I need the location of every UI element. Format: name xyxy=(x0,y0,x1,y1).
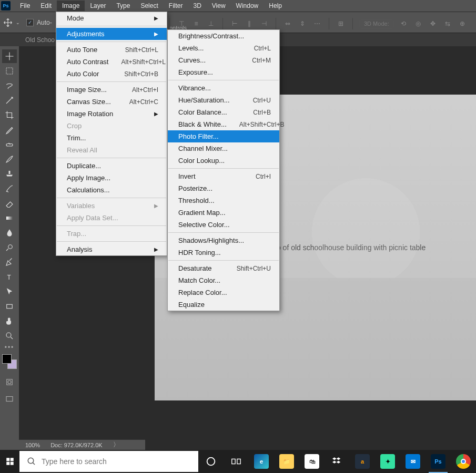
menu-view[interactable]: View xyxy=(207,1,231,11)
eraser-tool[interactable] xyxy=(2,197,17,210)
taskbar-search[interactable] xyxy=(19,451,198,472)
lasso-tool[interactable] xyxy=(2,79,17,92)
adjustments-menu-item[interactable]: Black & White...Alt+Shift+Ctrl+B xyxy=(168,118,279,130)
dropbox-icon[interactable] xyxy=(325,450,350,473)
menu-window[interactable]: Window xyxy=(231,1,264,11)
menu-layer[interactable]: Layer xyxy=(85,1,111,11)
adjustments-menu-item[interactable]: Replace Color... xyxy=(168,286,279,299)
image-menu-item[interactable]: Auto ToneShift+Ctrl+L xyxy=(56,44,167,56)
menu-3d[interactable]: 3D xyxy=(188,1,206,11)
amazon-icon[interactable]: a xyxy=(350,450,375,473)
eyedropper-tool[interactable] xyxy=(2,123,17,137)
adjustments-menu-item[interactable]: Threshold... xyxy=(168,194,279,207)
adjustments-menu-item[interactable]: Exposure... xyxy=(168,66,279,78)
marquee-tool[interactable] xyxy=(2,64,17,78)
rectangle-tool[interactable] xyxy=(2,300,17,313)
3d-roll-icon[interactable]: ◎ xyxy=(413,18,423,29)
image-menu-item[interactable]: Duplicate... xyxy=(56,160,167,172)
adjustments-menu-item[interactable]: Hue/Saturation...Ctrl+U xyxy=(168,94,279,106)
image-menu-item[interactable]: Auto ColorShift+Ctrl+B xyxy=(56,68,167,80)
distribute-v-icon[interactable]: ⇕ xyxy=(297,18,308,29)
align-right-icon[interactable]: ⊣ xyxy=(259,18,269,29)
adjustments-menu-item[interactable]: Match Color... xyxy=(168,274,279,286)
search-input[interactable] xyxy=(42,457,191,466)
adjustments-menu-item[interactable]: HDR Toning... xyxy=(168,246,279,259)
adjustments-menu-item[interactable]: Equalize xyxy=(168,299,279,311)
adjustments-menu-item[interactable]: Levels...Ctrl+L xyxy=(168,42,279,54)
adjustments-menu-item[interactable]: Shadows/Highlights... xyxy=(168,234,279,246)
tool-preset-chevron-icon[interactable]: ⌄ xyxy=(16,20,20,25)
image-menu-item[interactable]: Image Rotation▶ xyxy=(56,108,167,120)
blur-tool[interactable] xyxy=(2,226,17,240)
foreground-color-swatch[interactable] xyxy=(2,354,12,364)
clone-stamp-tool[interactable] xyxy=(2,167,17,181)
tripadvisor-icon[interactable]: ✦ xyxy=(375,450,400,473)
adjustments-menu-item[interactable]: Color Balance...Ctrl+B xyxy=(168,106,279,118)
edge-icon[interactable]: e xyxy=(249,450,274,473)
menu-edit[interactable]: Edit xyxy=(35,1,57,11)
type-tool[interactable]: T xyxy=(2,270,17,284)
image-menu-item[interactable]: Trim... xyxy=(56,132,167,144)
adjustments-menu-item[interactable]: Brightness/Contrast... xyxy=(168,30,279,42)
doc-size[interactable]: Doc: 972.0K/972.0K xyxy=(50,442,102,448)
adjustments-menu-item[interactable]: Color Lookup... xyxy=(168,155,279,167)
status-flyout-icon[interactable]: 〉 xyxy=(113,440,119,449)
auto-select-checkbox[interactable]: ✓ xyxy=(26,19,34,26)
healing-brush-tool[interactable] xyxy=(2,138,17,151)
cortana-icon[interactable] xyxy=(198,450,224,473)
move-tool[interactable] xyxy=(2,49,17,63)
hand-tool[interactable] xyxy=(2,314,17,328)
adjustments-menu-item[interactable]: Vibrance... xyxy=(168,82,279,94)
adjustments-menu-item[interactable]: InvertCtrl+I xyxy=(168,170,279,182)
task-view-icon[interactable] xyxy=(224,450,249,473)
adjustments-menu-item[interactable]: DesaturateShift+Ctrl+U xyxy=(168,262,279,274)
image-menu-item[interactable]: Mode▶ xyxy=(56,12,167,24)
path-selection-tool[interactable] xyxy=(2,285,17,299)
mail-icon[interactable]: ✉ xyxy=(400,450,426,473)
crop-tool[interactable] xyxy=(2,108,17,122)
image-menu-item[interactable]: Adjustments▶ xyxy=(56,28,167,40)
adjustments-menu-item[interactable]: Posterize... xyxy=(168,182,279,194)
adjustments-menu-item[interactable]: Selective Color... xyxy=(168,219,279,231)
menu-help[interactable]: Help xyxy=(264,1,287,11)
brush-tool[interactable] xyxy=(2,152,17,166)
menu-image[interactable]: Image xyxy=(57,1,85,11)
adjustments-menu-item[interactable]: Channel Mixer... xyxy=(168,142,279,155)
magic-wand-tool[interactable] xyxy=(2,94,17,107)
color-swatches[interactable] xyxy=(2,354,17,369)
image-menu-item[interactable]: Calculations... xyxy=(56,184,167,196)
screen-mode-icon[interactable] xyxy=(2,392,17,406)
dodge-tool[interactable] xyxy=(2,241,17,254)
image-menu-item[interactable]: Canvas Size...Alt+Ctrl+C xyxy=(56,96,167,108)
file-explorer-icon[interactable]: 📁 xyxy=(274,450,299,473)
document-tab[interactable]: Old Schoo xyxy=(19,34,61,46)
microsoft-store-icon[interactable]: 🛍 xyxy=(299,450,325,473)
image-menu-item[interactable]: Analysis▶ xyxy=(56,243,167,255)
menu-type[interactable]: Type xyxy=(111,1,135,11)
more-align-icon[interactable]: ⋯ xyxy=(312,18,322,29)
image-menu-item[interactable]: Apply Image... xyxy=(56,172,167,184)
align-to-icon[interactable]: ⊞ xyxy=(336,18,346,29)
align-bottom-icon[interactable]: ⊥ xyxy=(206,18,216,29)
menu-filter[interactable]: Filter xyxy=(164,1,188,11)
history-brush-tool[interactable] xyxy=(2,182,17,196)
chrome-icon[interactable] xyxy=(451,450,476,473)
3d-slide-icon[interactable]: ⇆ xyxy=(442,18,453,29)
3d-zoom-icon[interactable]: ⊕ xyxy=(457,18,468,29)
quick-mask-icon[interactable] xyxy=(2,375,17,389)
menu-select[interactable]: Select xyxy=(135,1,163,11)
align-left-icon[interactable]: ⊢ xyxy=(229,18,240,29)
align-vcenter-icon[interactable]: ≡ xyxy=(191,18,201,29)
align-top-icon[interactable]: ⊤ xyxy=(176,18,187,29)
pen-tool[interactable] xyxy=(2,255,17,269)
photoshop-taskbar-icon[interactable]: Ps xyxy=(426,450,451,473)
menu-file[interactable]: File xyxy=(15,1,35,11)
adjustments-menu-item[interactable]: Photo Filter... xyxy=(168,130,279,142)
adjustments-menu-item[interactable]: Gradient Map... xyxy=(168,207,279,219)
zoom-tool[interactable] xyxy=(2,329,17,343)
3d-orbit-icon[interactable]: ⟲ xyxy=(398,18,409,29)
edit-toolbar-icon[interactable]: ••• xyxy=(5,344,15,351)
3d-pan-icon[interactable]: ✥ xyxy=(428,18,438,29)
distribute-h-icon[interactable]: ⇔ xyxy=(282,18,293,29)
zoom-level[interactable]: 100% xyxy=(25,442,40,448)
